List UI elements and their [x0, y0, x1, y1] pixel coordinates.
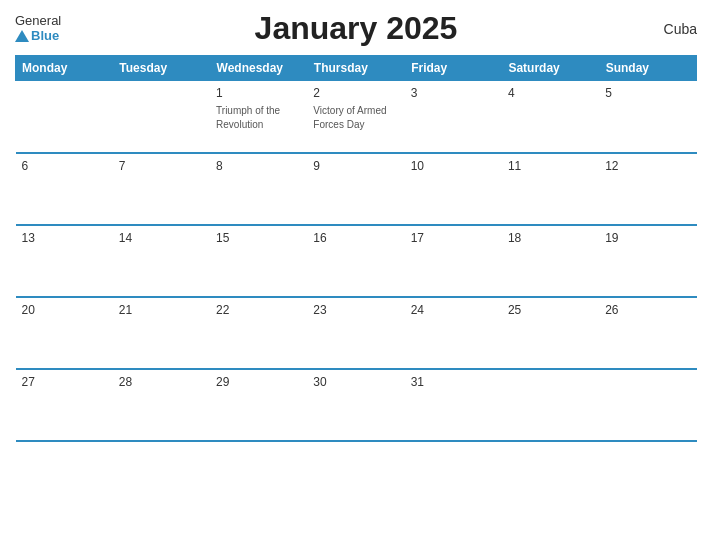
week-row-5: 2728293031 [16, 369, 697, 441]
day-number: 16 [313, 231, 398, 245]
calendar-cell: 18 [502, 225, 599, 297]
weekday-header-sunday: Sunday [599, 56, 696, 81]
logo-general-text: General [15, 14, 61, 28]
calendar-cell: 10 [405, 153, 502, 225]
day-number: 30 [313, 375, 398, 389]
day-number: 12 [605, 159, 690, 173]
weekday-header-wednesday: Wednesday [210, 56, 307, 81]
day-number: 7 [119, 159, 204, 173]
country-label: Cuba [664, 21, 697, 37]
calendar-cell: 13 [16, 225, 113, 297]
calendar-cell: 31 [405, 369, 502, 441]
calendar-cell: 15 [210, 225, 307, 297]
week-row-2: 6789101112 [16, 153, 697, 225]
event-text: Triumph of the Revolution [216, 105, 280, 130]
day-number: 26 [605, 303, 690, 317]
calendar-cell [599, 369, 696, 441]
calendar-cell: 20 [16, 297, 113, 369]
calendar-cell: 1Triumph of the Revolution [210, 81, 307, 153]
calendar-cell: 23 [307, 297, 404, 369]
calendar-cell: 21 [113, 297, 210, 369]
week-row-3: 13141516171819 [16, 225, 697, 297]
day-number: 8 [216, 159, 301, 173]
day-number: 23 [313, 303, 398, 317]
calendar-cell: 9 [307, 153, 404, 225]
calendar-table: MondayTuesdayWednesdayThursdayFridaySatu… [15, 55, 697, 442]
calendar-cell: 26 [599, 297, 696, 369]
day-number: 14 [119, 231, 204, 245]
day-number: 6 [22, 159, 107, 173]
calendar-cell [16, 81, 113, 153]
day-number: 24 [411, 303, 496, 317]
calendar-cell: 16 [307, 225, 404, 297]
weekday-header-tuesday: Tuesday [113, 56, 210, 81]
calendar-cell: 12 [599, 153, 696, 225]
weekday-header-thursday: Thursday [307, 56, 404, 81]
weekday-header-friday: Friday [405, 56, 502, 81]
day-number: 10 [411, 159, 496, 173]
day-number: 18 [508, 231, 593, 245]
calendar-cell: 22 [210, 297, 307, 369]
day-number: 11 [508, 159, 593, 173]
day-number: 15 [216, 231, 301, 245]
calendar-cell: 14 [113, 225, 210, 297]
weekday-header-saturday: Saturday [502, 56, 599, 81]
day-number: 19 [605, 231, 690, 245]
calendar-cell: 19 [599, 225, 696, 297]
event-text: Victory of Armed Forces Day [313, 105, 386, 130]
calendar-cell: 17 [405, 225, 502, 297]
week-row-1: 1Triumph of the Revolution2Victory of Ar… [16, 81, 697, 153]
calendar-cell: 5 [599, 81, 696, 153]
day-number: 21 [119, 303, 204, 317]
calendar-cell: 2Victory of Armed Forces Day [307, 81, 404, 153]
day-number: 28 [119, 375, 204, 389]
calendar-cell: 25 [502, 297, 599, 369]
day-number: 17 [411, 231, 496, 245]
calendar-cell: 4 [502, 81, 599, 153]
day-number: 29 [216, 375, 301, 389]
day-number: 3 [411, 86, 496, 100]
day-number: 4 [508, 86, 593, 100]
calendar-header: General Blue January 2025 Cuba [15, 10, 697, 47]
logo: General Blue [15, 14, 61, 43]
calendar-cell: 30 [307, 369, 404, 441]
day-number: 9 [313, 159, 398, 173]
weekday-header-row: MondayTuesdayWednesdayThursdayFridaySatu… [16, 56, 697, 81]
day-number: 2 [313, 86, 398, 100]
day-number: 22 [216, 303, 301, 317]
day-number: 20 [22, 303, 107, 317]
calendar-cell: 24 [405, 297, 502, 369]
logo-triangle-icon [15, 30, 29, 42]
calendar-cell: 28 [113, 369, 210, 441]
week-row-4: 20212223242526 [16, 297, 697, 369]
calendar-container: General Blue January 2025 Cuba MondayTue… [0, 0, 712, 550]
day-number: 31 [411, 375, 496, 389]
day-number: 5 [605, 86, 690, 100]
calendar-cell: 7 [113, 153, 210, 225]
day-number: 25 [508, 303, 593, 317]
calendar-cell: 29 [210, 369, 307, 441]
calendar-cell: 6 [16, 153, 113, 225]
calendar-cell: 3 [405, 81, 502, 153]
calendar-cell: 27 [16, 369, 113, 441]
logo-blue-text: Blue [15, 28, 59, 43]
day-number: 13 [22, 231, 107, 245]
calendar-cell: 8 [210, 153, 307, 225]
day-number: 27 [22, 375, 107, 389]
day-number: 1 [216, 86, 301, 100]
calendar-cell [502, 369, 599, 441]
calendar-cell: 11 [502, 153, 599, 225]
month-title: January 2025 [255, 10, 458, 47]
calendar-cell [113, 81, 210, 153]
weekday-header-monday: Monday [16, 56, 113, 81]
